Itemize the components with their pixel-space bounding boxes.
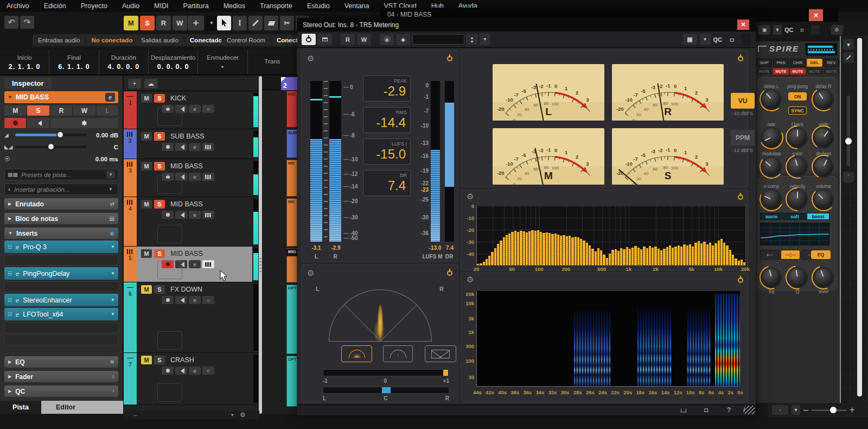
chevron-down-icon[interactable]: ▼	[230, 413, 234, 418]
insert-edit-icon[interactable]: e	[16, 270, 19, 277]
track-main-area[interactable]: MSSUB BASSe	[137, 129, 252, 159]
autoscroll-button[interactable]: ✛	[188, 16, 204, 30]
info-field-desplazamiento[interactable]: Desplazamiento0. 0. 0. 0	[149, 50, 198, 74]
menu-item-partitura[interactable]: Partitura	[183, 2, 208, 10]
spire-knob-rate[interactable]	[762, 128, 781, 147]
add-track-button[interactable]: +	[128, 79, 141, 89]
pencil-tool-icon[interactable]	[843, 52, 854, 63]
minus-zoom-icon[interactable]: –	[133, 412, 137, 418]
preset-name-field[interactable]	[412, 34, 464, 45]
track-edit-button[interactable]: e	[189, 367, 201, 375]
timeline-ruler[interactable]: 2	[263, 76, 297, 90]
spire-knob-q[interactable]	[788, 268, 807, 287]
ab-compare-button[interactable]: a	[380, 34, 394, 45]
gear-icon[interactable]: ⚙	[307, 268, 314, 278]
menu-item-estudio[interactable]: Estudio	[307, 2, 330, 10]
preset-dropdown[interactable]: ▼	[480, 34, 490, 45]
track-record-button[interactable]	[162, 143, 174, 151]
gear-icon[interactable]: ⚙	[467, 275, 474, 285]
track-mute-button[interactable]: M	[141, 94, 152, 103]
event-mii[interactable]: MII	[286, 198, 297, 247]
info-field-duración[interactable]: Duración4. 0. 0. 0	[99, 50, 149, 74]
section-enrutado[interactable]: ▶Enrutado⇄	[4, 198, 118, 210]
inspector-m-button[interactable]: M	[4, 105, 26, 116]
insert-bypass-icon[interactable]: ☷	[8, 312, 12, 317]
track-row-crash[interactable]: 7MSCRASHe○	[124, 353, 259, 405]
lock-icon[interactable]: ◘	[796, 25, 808, 35]
track-row-mid-bass[interactable]: 5MSMID BASSe	[124, 247, 259, 282]
insert-slot-empty[interactable]	[4, 335, 118, 345]
track-monitor-button[interactable]	[175, 211, 187, 219]
panel-power-icon[interactable]	[738, 275, 743, 285]
track-instrument-button[interactable]	[202, 260, 214, 268]
spire-tab-chr[interactable]: CHR	[790, 59, 806, 67]
menu-item-midi[interactable]: MIDI	[154, 2, 168, 10]
tr5-close-button[interactable]: ✕	[737, 20, 749, 30]
editor-zoom-slider[interactable]	[847, 96, 850, 166]
spire-knob-velocity[interactable]	[788, 190, 807, 209]
track-main-area[interactable]: MSKICKe○	[137, 91, 252, 129]
spire-knob-frq[interactable]	[762, 268, 781, 287]
insert-slot-pro-q-3[interactable]: ☷ePro-Q 3▼	[4, 241, 118, 253]
write-automation-button[interactable]: W	[357, 34, 371, 45]
snapshot-camera-icon[interactable]: ▣	[683, 34, 697, 45]
track-monitor-button[interactable]	[175, 367, 187, 375]
event-mid[interactable]: MID	[286, 248, 297, 283]
track-row-fx-down[interactable]: 6MSFX DOWNe○	[124, 282, 259, 353]
track-edit-button[interactable]: e	[189, 296, 201, 304]
info-field-final[interactable]: Final6. 1. 1. 0	[49, 50, 99, 74]
plugin-bypass-button[interactable]	[318, 34, 332, 45]
connection-0[interactable]: Entradas audioNo conectado	[33, 34, 138, 46]
section-qc[interactable]: ▶QC◔	[4, 386, 118, 397]
inspector-w-button[interactable]: W	[73, 105, 95, 116]
track-edit-button[interactable]: e	[189, 143, 201, 151]
spire-mute-button[interactable]: MUTE	[756, 68, 772, 74]
spire-knob-level[interactable]	[814, 268, 833, 287]
insert-slot-empty[interactable]	[4, 255, 118, 266]
track-solo-button[interactable]: S	[154, 132, 165, 141]
qc-extra-box[interactable]	[742, 34, 751, 45]
vu-mode-ppm[interactable]: PPM	[731, 130, 755, 146]
edit-channel-button[interactable]: e	[105, 93, 115, 102]
panel-power-icon[interactable]	[738, 54, 743, 64]
read-automation-button[interactable]: R	[341, 34, 355, 45]
tr5-titlebar[interactable]: Stereo Out: Ins. 8 - TR5 Metering ✕	[297, 18, 756, 31]
menu-item-archivo[interactable]: Archivo	[7, 2, 29, 10]
editor-setup-button[interactable]: ⚙	[831, 25, 843, 35]
spire-mute-button[interactable]: MUTE	[790, 68, 806, 74]
scope-mode-lissajous[interactable]	[425, 345, 456, 362]
spire-eq-button[interactable]: EQ	[811, 250, 831, 259]
spire-knob-f-back[interactable]	[788, 128, 807, 147]
event-mii[interactable]: MII	[286, 160, 297, 197]
track-mute-button[interactable]: M	[141, 162, 152, 171]
menu-item-ventana[interactable]: Ventana	[344, 2, 369, 10]
track-mute-button[interactable]: M	[141, 132, 152, 141]
track-instrument-button[interactable]: ○	[202, 367, 214, 375]
plugin-power-button[interactable]	[302, 34, 316, 45]
preset-up-down[interactable]: ▲▼	[467, 34, 477, 45]
menu-item-transporte[interactable]: Transporte	[260, 2, 292, 10]
spire-knob-delay-l[interactable]	[762, 90, 781, 109]
pan-slider[interactable]	[15, 146, 87, 148]
connection-1[interactable]: Salidas audioConectado	[136, 34, 227, 46]
zoom-out-icon[interactable]: –	[803, 405, 808, 415]
split-tool[interactable]: ✂	[280, 16, 294, 30]
track-row-sub-bass[interactable]: 2MSSUB BASSe	[124, 129, 259, 159]
spire-on-button[interactable]: ON	[788, 92, 807, 100]
chevron-down-icon[interactable]: ▼	[106, 171, 115, 179]
event-dpt[interactable]: DPT	[286, 356, 297, 407]
undo-button[interactable]: ↶	[4, 16, 18, 29]
spire-knob-modulate[interactable]	[762, 157, 781, 176]
section-bloc-de-notas[interactable]: ▶Bloc de notas▤	[4, 213, 118, 224]
track-solo-button[interactable]: S	[154, 356, 165, 364]
record-arm-button[interactable]	[4, 118, 26, 128]
track-edit-button[interactable]: e	[189, 211, 201, 219]
event-kic[interactable]: KIC	[286, 91, 297, 128]
track-row-kick[interactable]: 1MSKICKe○	[124, 91, 259, 129]
track-row-mid-bass[interactable]: 3MSMID BASSe	[124, 159, 259, 197]
chevron-down-icon[interactable]: ▼	[843, 39, 854, 50]
menu-item-medios[interactable]: Medios	[224, 2, 245, 10]
track-solo-button[interactable]: S	[154, 162, 165, 171]
editor-close-button[interactable]: ✕	[809, 9, 823, 21]
spire-knob-wide[interactable]	[814, 128, 833, 147]
